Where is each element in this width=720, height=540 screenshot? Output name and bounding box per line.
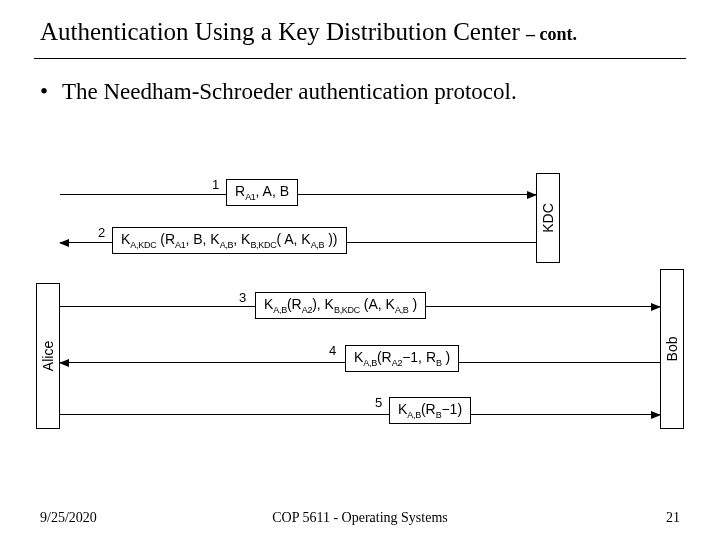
- actor-bob: Bob: [660, 269, 684, 429]
- bullet-protocol-name: • The Needham-Schroeder authentication p…: [40, 79, 680, 105]
- step-1-num: 1: [212, 177, 219, 192]
- slide-title-cont: – cont.: [526, 24, 577, 44]
- arrow-5: [60, 414, 660, 415]
- protocol-diagram: Alice KDC Bob 1 RA1, A, B 2 KA,KDC (RA1,…: [36, 175, 686, 455]
- footer: 9/25/2020 COP 5611 - Operating Systems 2…: [0, 510, 720, 526]
- msg-3: KA,B(RA2), KB,KDC (A, KA,B ): [255, 292, 426, 319]
- footer-course: COP 5611 - Operating Systems: [40, 510, 680, 526]
- footer-date: 9/25/2020: [40, 510, 97, 526]
- msg-2: KA,KDC (RA1, B, KA,B, KB,KDC( A, KA,B )): [112, 227, 347, 254]
- actor-alice: Alice: [36, 283, 60, 429]
- msg-1: RA1, A, B: [226, 179, 298, 206]
- step-4-num: 4: [329, 343, 336, 358]
- step-5-num: 5: [375, 395, 382, 410]
- step-2-num: 2: [98, 225, 105, 240]
- actor-kdc: KDC: [536, 173, 560, 263]
- footer-page: 21: [666, 510, 680, 526]
- step-3-num: 3: [239, 290, 246, 305]
- msg-5: KA,B(RB−1): [389, 397, 471, 424]
- slide-title: Authentication Using a Key Distribution …: [40, 18, 526, 45]
- msg-4: KA,B(RA2−1, RB ): [345, 345, 459, 372]
- bullet-dot: •: [40, 79, 48, 105]
- bullet-text: The Needham-Schroeder authentication pro…: [62, 79, 517, 104]
